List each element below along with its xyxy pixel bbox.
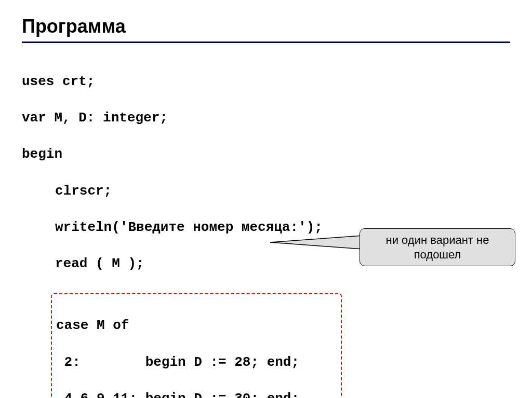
svg-marker-0 — [270, 236, 363, 249]
code-line: case M of — [56, 317, 337, 335]
code-line: 2: begin D := 28; end; — [56, 353, 337, 372]
case-highlight-box: case M of 2: begin D := 28; end; 4,6,9,1… — [51, 293, 342, 398]
callout-pointer — [270, 235, 363, 250]
code-block: uses crt; var M, D: integer; begin clrsc… — [22, 54, 510, 398]
code-line: var M, D: integer; — [22, 109, 510, 127]
callout-box: ни один вариант не подошел — [360, 228, 515, 266]
code-line: uses crt; — [22, 73, 510, 91]
title-rule — [22, 42, 510, 43]
code-line: 4,6,9,11: begin D := 30; end; — [56, 390, 337, 398]
slide-title: Программа — [22, 16, 510, 37]
code-line: clrscr; — [22, 182, 510, 200]
code-line: begin — [22, 145, 510, 163]
